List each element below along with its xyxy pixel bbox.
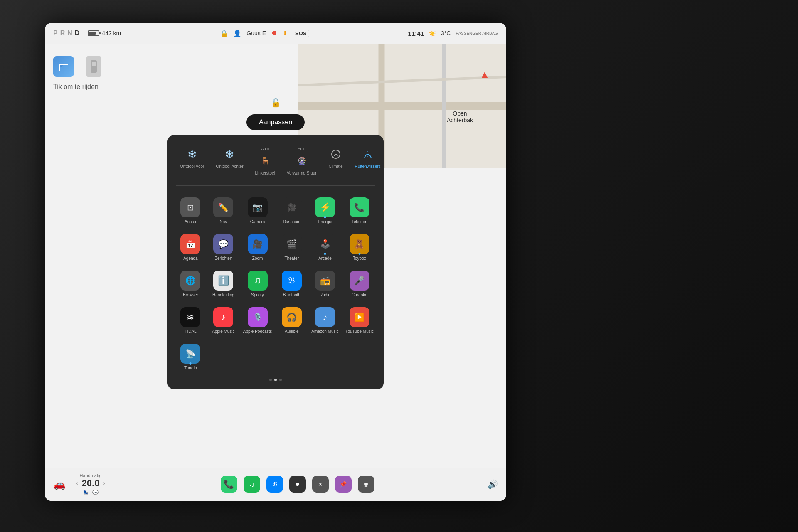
app-browser[interactable]: 🌐Browser [176, 267, 205, 300]
linkerstoel-label: Linkerstoel [255, 171, 275, 175]
app-achter[interactable]: ⊡Achter [176, 194, 205, 227]
app-dot-toybox [358, 253, 360, 255]
linkerstoel-sub: Auto [261, 147, 269, 151]
scroll-dot-3 [279, 379, 282, 381]
app-icon-achter: ⊡ [180, 197, 200, 217]
aanpassen-button[interactable]: Aanpassen [246, 114, 305, 130]
quick-ontdooi-voor[interactable]: ❄️ Ontdooi Voor [176, 143, 208, 179]
app-label-zoom: Zoom [252, 256, 263, 261]
app-applemusic[interactable]: ♪Apple Music [209, 304, 238, 337]
app-toybox[interactable]: 🧸Toybox [344, 231, 375, 264]
lock-area: 🔓 [271, 98, 281, 108]
app-tunein[interactable]: 📡TuneIn [176, 340, 205, 374]
climate-label: Climate [329, 164, 343, 169]
seat-icons: 💺 💬 [83, 490, 99, 495]
taskbar: 🚗 Handmatig ‹ 20.0 › 💺 💬 📞 ♫ 𝔅 ⏺ ✕ 📌 ▦ 🔊 [45, 468, 506, 501]
verwarmd-stuur-sub: Auto [298, 147, 305, 151]
quick-climate[interactable]: Climate [324, 143, 347, 179]
app-youtubemusic[interactable]: ▶️YouTube Music [344, 304, 375, 337]
app-icon-berichten: 💬 [213, 234, 233, 254]
app-radio[interactable]: 📻Radio [310, 267, 340, 300]
app-icon-agenda: 📅 [180, 234, 200, 254]
download-icon: ⬇ [283, 30, 288, 37]
gear-p[interactable]: P [53, 30, 58, 37]
temperature-status: 3°C [441, 30, 451, 37]
taskbar-phone-icon[interactable]: 📞 [221, 476, 237, 493]
app-berichten[interactable]: 💬Berichten [209, 231, 238, 264]
app-icon-bluetooth: 𝔅 [282, 271, 302, 291]
gear-n[interactable]: N [67, 30, 72, 37]
app-arcade[interactable]: 🕹️Arcade [310, 231, 340, 264]
app-zoom[interactable]: 🎥Zoom [241, 231, 274, 264]
taskbar-dot-icon[interactable]: ⏺ [289, 476, 306, 493]
open-achterbak[interactable]: Open Achterbak [447, 110, 473, 123]
wiper-icon [53, 56, 74, 77]
app-label-youtubemusic: YouTube Music [345, 329, 374, 334]
app-applepodcasts[interactable]: 🎙️Apple Podcasts [241, 304, 274, 337]
app-agenda[interactable]: 📅Agenda [176, 231, 205, 264]
seat-left-icon: 💺 [83, 490, 89, 495]
quick-ontdooi-achter[interactable]: ❄️ Ontdooi Achter [212, 143, 247, 179]
nav-arrow: ▲ [480, 69, 490, 80]
app-telefoon[interactable]: 📞Telefoon [344, 194, 375, 227]
app-icon-energie: ⚡ [315, 197, 335, 217]
app-spotify[interactable]: ♫Spotify [241, 267, 274, 300]
app-icon-theater: 🎬 [282, 234, 302, 254]
car-icons [53, 56, 101, 77]
volume-icon[interactable]: 🔊 [488, 479, 498, 489]
app-amazonmusic[interactable]: ♪Amazon Music [310, 304, 340, 337]
app-tidal[interactable]: ≋TIDAL [176, 304, 205, 337]
app-nav[interactable]: ✏️Nav [209, 194, 238, 227]
app-label-bluetooth: Bluetooth [283, 293, 300, 297]
app-label-dashcam: Dashcam [283, 219, 300, 224]
climate-svg [331, 149, 341, 159]
taskbar-pin-icon[interactable]: 📌 [335, 476, 352, 493]
prnd-selector[interactable]: P R N D [53, 30, 79, 37]
taskbar-grid-icon[interactable]: ▦ [358, 476, 374, 493]
app-icon-telefoon: 📞 [350, 197, 369, 217]
temp-increase-btn[interactable]: › [103, 480, 105, 487]
app-bluetooth[interactable]: 𝔅Bluetooth [277, 267, 306, 300]
temp-decrease-btn[interactable]: ‹ [76, 480, 78, 487]
app-dashcam[interactable]: 🎥Dashcam [277, 194, 306, 227]
app-icon-spotify: ♫ [248, 271, 268, 291]
svg-rect-9 [60, 66, 62, 67]
app-icon-toybox: 🧸 [350, 234, 369, 254]
app-theater[interactable]: 🎬Theater [277, 231, 306, 264]
app-icon-applemusic: ♪ [213, 307, 233, 327]
app-audible[interactable]: 🎧Audible [277, 304, 306, 337]
taskbar-bluetooth-icon[interactable]: 𝔅 [266, 476, 283, 493]
linkerstoel-icon: 🪑 [258, 153, 273, 168]
svg-rect-8 [60, 65, 62, 66]
taskbar-apps: 📞 ♫ 𝔅 ⏺ ✕ 📌 ▦ [221, 476, 374, 493]
sos-label[interactable]: SOS [293, 30, 309, 37]
app-label-amazonmusic: Amazon Music [311, 329, 339, 334]
quick-linkerstoel[interactable]: Auto 🪑 Linkerstoel [251, 143, 279, 179]
taskbar-close-icon[interactable]: ✕ [312, 476, 329, 493]
gear-d[interactable]: D [75, 30, 80, 37]
tap-to-drive[interactable]: Tik om te rijden [53, 83, 99, 91]
quick-ruitenwissers[interactable]: Ruitenwissers [351, 143, 385, 179]
seat-chat-icon: 💬 [92, 490, 99, 495]
app-camera[interactable]: 📷Camera [241, 194, 274, 227]
verwarmd-stuur-icon: 🎡 [294, 153, 309, 168]
gear-r[interactable]: R [60, 30, 65, 37]
app-energie[interactable]: ⚡Energie [310, 194, 340, 227]
app-icon-caraoke: 🎤 [350, 271, 369, 291]
quick-verwarmd-stuur[interactable]: Auto 🎡 Verwarmd Stuur [283, 143, 321, 179]
app-handleiding[interactable]: ℹ️Handleiding [209, 267, 238, 300]
app-icon-audible: 🎧 [282, 307, 302, 327]
app-icon-arcade: 🕹️ [315, 234, 335, 254]
battery-fill [89, 32, 95, 35]
ontdooi-voor-label: Ontdooi Voor [180, 164, 204, 169]
app-icon-radio: 📻 [315, 271, 335, 291]
app-icon-amazonmusic: ♪ [315, 307, 335, 327]
app-caraoke[interactable]: 🎤Caraoke [344, 267, 375, 300]
time-display: 11:41 [408, 30, 424, 37]
svg-rect-6 [59, 64, 68, 65]
app-label-tunein: TuneIn [184, 366, 197, 370]
status-right: 11:41 ☀️ 3°C PASSENGER AIRBAG [408, 30, 498, 37]
taskbar-spotify-icon[interactable]: ♫ [244, 476, 260, 493]
app-dot-arcade [324, 253, 326, 255]
ruitenwissers-label: Ruitenwissers [355, 164, 381, 169]
